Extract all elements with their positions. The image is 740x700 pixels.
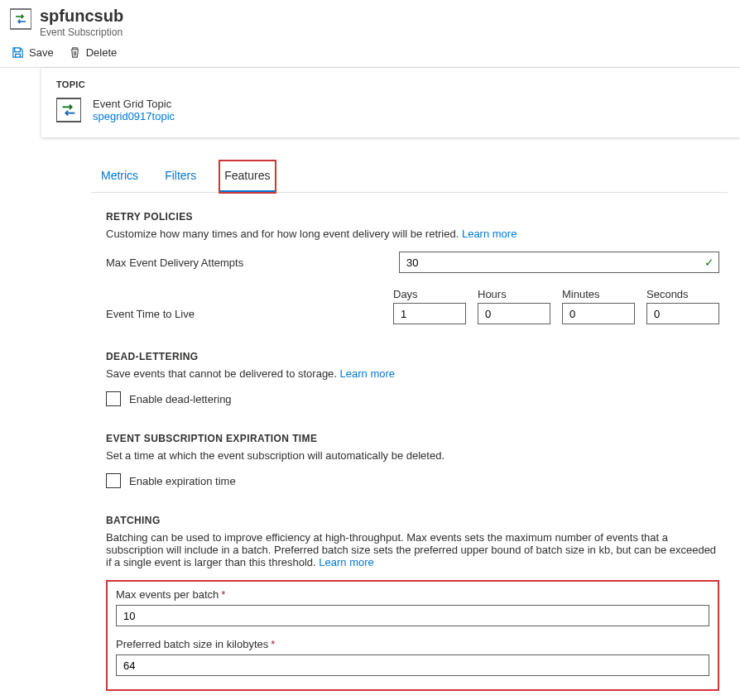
topic-name-link[interactable]: spegrid0917topic xyxy=(93,110,175,122)
topic-type: Event Grid Topic xyxy=(93,98,175,110)
dead-desc: Save events that cannot be delivered to … xyxy=(106,367,719,380)
command-bar: Save Delete xyxy=(0,40,740,68)
dead-title: DEAD-LETTERING xyxy=(106,351,719,362)
seconds-input[interactable] xyxy=(646,303,719,324)
minutes-caption: Minutes xyxy=(562,288,635,300)
pref-size-input[interactable] xyxy=(116,654,709,676)
seconds-caption: Seconds xyxy=(646,288,719,300)
section-dead-lettering: DEAD-LETTERING Save events that cannot b… xyxy=(106,351,719,406)
dead-lettering-checkbox-label: Enable dead-lettering xyxy=(129,393,232,405)
topic-icon xyxy=(56,98,81,122)
page-subtitle: Event Subscription xyxy=(40,26,123,38)
ttl-label: Event Time to Live xyxy=(106,293,393,320)
trash-icon xyxy=(69,46,81,59)
batch-desc-text: Batching can be used to improve efficien… xyxy=(106,531,716,568)
save-label: Save xyxy=(29,46,54,59)
hours-caption: Hours xyxy=(478,288,550,300)
hours-input[interactable] xyxy=(478,303,550,324)
expiration-checkbox-label: Enable expiration time xyxy=(129,475,236,487)
retry-learn-more[interactable]: Learn more xyxy=(462,228,517,240)
topic-card: TOPIC Event Grid Topic spegrid0917topic xyxy=(41,68,740,137)
pref-size-label: Preferred batch size in kilobytes* xyxy=(116,638,709,650)
expiration-checkbox[interactable] xyxy=(106,473,121,488)
tab-bar: Metrics Filters Features xyxy=(91,161,728,193)
page-title: spfuncsub xyxy=(40,7,123,25)
days-input[interactable] xyxy=(393,303,466,324)
tab-features[interactable]: Features xyxy=(219,161,275,193)
dead-desc-text: Save events that cannot be delivered to … xyxy=(106,367,340,380)
max-events-input[interactable] xyxy=(116,605,709,626)
dead-lettering-checkbox[interactable] xyxy=(106,391,121,406)
expire-desc: Set a time at which the event subscripti… xyxy=(106,449,719,462)
page-header: spfuncsub Event Subscription xyxy=(0,0,740,40)
subscription-icon xyxy=(10,8,31,30)
retry-desc-text: Customize how many times and for how lon… xyxy=(106,228,462,240)
topic-heading: TOPIC xyxy=(56,79,725,89)
retry-title: RETRY POLICIES xyxy=(106,211,719,223)
batch-title: BATCHING xyxy=(106,515,719,526)
tab-filters[interactable]: Filters xyxy=(161,161,199,192)
delete-button[interactable]: Delete xyxy=(69,46,118,59)
batch-desc: Batching can be used to improve efficien… xyxy=(106,531,719,568)
max-attempts-input[interactable] xyxy=(399,252,719,273)
save-button[interactable]: Save xyxy=(12,46,54,59)
dead-learn-more[interactable]: Learn more xyxy=(340,367,395,380)
expire-title: EVENT SUBSCRIPTION EXPIRATION TIME xyxy=(106,433,719,444)
max-events-label: Max events per batch* xyxy=(116,588,709,601)
section-retry: RETRY POLICIES Customize how many times … xyxy=(106,211,719,324)
check-icon: ✓ xyxy=(704,256,714,269)
retry-desc: Customize how many times and for how lon… xyxy=(106,228,719,240)
tab-metrics[interactable]: Metrics xyxy=(98,161,142,192)
section-expiration: EVENT SUBSCRIPTION EXPIRATION TIME Set a… xyxy=(106,433,719,488)
batch-learn-more[interactable]: Learn more xyxy=(319,556,373,568)
max-attempts-label: Max Event Delivery Attempts xyxy=(106,257,399,269)
save-icon xyxy=(12,46,24,59)
delete-label: Delete xyxy=(86,46,118,59)
section-batching: BATCHING Batching can be used to improve… xyxy=(106,515,719,691)
batching-highlight: Max events per batch* Preferred batch si… xyxy=(106,580,719,691)
minutes-input[interactable] xyxy=(562,303,635,324)
days-caption: Days xyxy=(393,288,466,300)
